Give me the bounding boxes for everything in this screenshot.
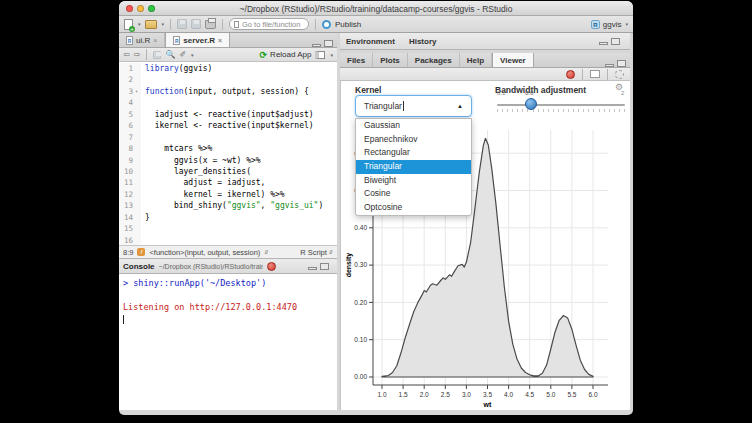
scope-caret-icon: ⇵	[264, 249, 268, 255]
new-file-icon[interactable]: +	[124, 19, 133, 30]
run-options-caret[interactable]: ▾	[330, 52, 333, 58]
kernel-option-triangular[interactable]: Triangular	[356, 160, 471, 174]
code-line-14[interactable]: 14}	[119, 212, 337, 223]
viewer-pane: 1.01.52.02.53.03.54.04.55.05.56.00.000.1…	[340, 81, 630, 410]
code-line-7[interactable]: 7	[119, 132, 337, 143]
code-line-9[interactable]: 9 ggvis(x = ~wt) %>%	[119, 155, 337, 166]
tab-ui-r[interactable]: R ui.R ×	[119, 33, 165, 47]
code-text	[141, 74, 145, 85]
console-header[interactable]: Console ~/Dropbox (RStudio)/RStudio/trai…	[119, 259, 337, 274]
code-line-4[interactable]: 4	[119, 97, 337, 108]
find-icon[interactable]: 🔍	[165, 50, 175, 60]
tab-viewer[interactable]: Viewer	[492, 53, 534, 67]
code-line-8[interactable]: 8 mtcars %>%	[119, 143, 337, 154]
scope-selector[interactable]: <function>(input, output, session)	[149, 248, 260, 257]
close-tab-icon[interactable]: ×	[153, 37, 157, 44]
forward-icon[interactable]: ⇨	[134, 50, 141, 60]
stop-app-icon[interactable]	[566, 70, 575, 79]
tab-label: server.R	[183, 36, 215, 45]
code-line-15[interactable]: 15	[119, 223, 337, 234]
console-input-line[interactable]	[123, 313, 333, 325]
line-number: 3	[119, 86, 135, 97]
tab-help[interactable]: Help	[460, 53, 492, 67]
line-number: 12	[119, 189, 135, 200]
minimize-pane-icon[interactable]	[599, 42, 608, 45]
reload-app-button[interactable]: ⟳ Reload App	[260, 50, 312, 60]
minimize-pane-icon[interactable]	[308, 267, 317, 270]
code-text: adjust = iadjust,	[141, 177, 265, 188]
tab-files[interactable]: Files	[340, 53, 373, 67]
kernel-dropdown: GaussianEpanechnikovRectangularTriangula…	[355, 118, 472, 216]
maximize-pane-icon[interactable]	[324, 40, 333, 47]
code-line-6[interactable]: 6 ikernel <- reactive(input$kernel)	[119, 120, 337, 131]
code-line-5[interactable]: 5 iadjust <- reactive(input$adjust)	[119, 109, 337, 120]
tab-environment[interactable]: Environment	[346, 37, 395, 46]
goto-file-input[interactable]: Go to file/function	[229, 18, 309, 30]
kernel-option-cosine[interactable]: Cosine	[356, 187, 471, 201]
minimize-pane-icon[interactable]	[312, 44, 321, 47]
code-line-3[interactable]: 3▾function(input, output, session) {	[119, 86, 337, 97]
code-editor[interactable]: 1library(ggvis)23▾function(input, output…	[119, 62, 337, 245]
kernel-select[interactable]: Triangular ▲	[355, 95, 472, 117]
publish-button[interactable]: Publish	[335, 20, 361, 29]
reload-app-label: Reload App	[270, 50, 311, 59]
kernel-option-epanechnikov[interactable]: Epanechnikov	[356, 133, 471, 147]
r-file-icon: R	[126, 36, 133, 45]
bandwidth-slider-handle[interactable]	[525, 98, 537, 110]
slider-min-label: 0.1	[497, 90, 505, 96]
slider-value-label: 0.6	[525, 90, 533, 96]
project-caret: ▾	[625, 21, 628, 27]
code-tools-caret[interactable]: ▾	[191, 52, 194, 58]
project-icon: R	[591, 20, 600, 29]
code-line-13[interactable]: 13 bind_shiny("ggvis", "ggvis_ui")	[119, 200, 337, 211]
kernel-option-rectangular[interactable]: Rectangular	[356, 146, 471, 160]
title-bar[interactable]: ~/Dropbox (RStudio)/RStudio/training/dat…	[119, 1, 633, 16]
env-tabs: EnvironmentHistory	[346, 37, 436, 46]
minimize-pane-icon[interactable]	[605, 64, 614, 67]
code-line-10[interactable]: 10 layer_densities(	[119, 166, 337, 177]
maximize-pane-icon[interactable]	[617, 60, 626, 67]
new-file-dropdown-caret[interactable]: ▾	[138, 21, 141, 27]
file-type-caret-icon: ⇵	[329, 249, 333, 255]
open-in-browser-icon[interactable]	[590, 70, 600, 78]
run-options-icon[interactable]	[315, 51, 325, 59]
code-line-2[interactable]: 2	[119, 74, 337, 85]
maximize-pane-icon[interactable]	[611, 38, 620, 45]
code-line-1[interactable]: 1library(ggvis)	[119, 63, 337, 74]
code-line-16[interactable]: 16	[119, 235, 337, 245]
save-all-icon[interactable]	[191, 19, 201, 29]
tab-server-r[interactable]: R server.R ×	[165, 33, 230, 47]
save-file-icon[interactable]	[153, 51, 161, 59]
tab-plots[interactable]: Plots	[373, 53, 408, 67]
line-number: 8	[119, 143, 135, 154]
kernel-option-biweight[interactable]: Biweight	[356, 174, 471, 188]
kernel-option-optcosine[interactable]: Optcosine	[356, 201, 471, 215]
console-output[interactable]: > shiny::runApp('~/Desktop') Listening o…	[119, 274, 337, 410]
kernel-option-gaussian[interactable]: Gaussian	[356, 119, 471, 133]
tab-history[interactable]: History	[409, 37, 437, 46]
open-recent-caret[interactable]: ▾	[162, 21, 165, 27]
code-text	[141, 97, 145, 108]
code-line-12[interactable]: 12 kernel = ikernel) %>%	[119, 189, 337, 200]
publish-icon[interactable]	[322, 20, 331, 29]
stop-icon[interactable]	[267, 262, 276, 271]
back-icon[interactable]: ⇦	[123, 50, 130, 60]
project-menu[interactable]: R ggvis ▾	[591, 20, 628, 29]
svg-text:1.5: 1.5	[399, 391, 408, 398]
tab-packages[interactable]: Packages	[408, 53, 460, 67]
close-tab-icon[interactable]: ×	[218, 37, 222, 44]
refresh-icon[interactable]	[615, 70, 624, 79]
maximize-pane-icon[interactable]	[320, 263, 329, 270]
open-file-icon[interactable]	[145, 20, 157, 29]
save-icon[interactable]	[177, 19, 187, 29]
svg-text:4.0: 4.0	[504, 391, 513, 398]
print-icon[interactable]	[205, 20, 216, 29]
code-text	[141, 223, 145, 234]
bandwidth-slider-track[interactable]	[497, 104, 625, 106]
code-tools-icon[interactable]: ✐	[179, 50, 186, 60]
svg-text:0.40: 0.40	[354, 224, 367, 231]
toolbar-divider	[607, 69, 608, 80]
file-type-selector[interactable]: R Script	[300, 248, 327, 257]
code-line-11[interactable]: 11 adjust = iadjust,	[119, 177, 337, 188]
svg-text:4.5: 4.5	[525, 391, 534, 398]
